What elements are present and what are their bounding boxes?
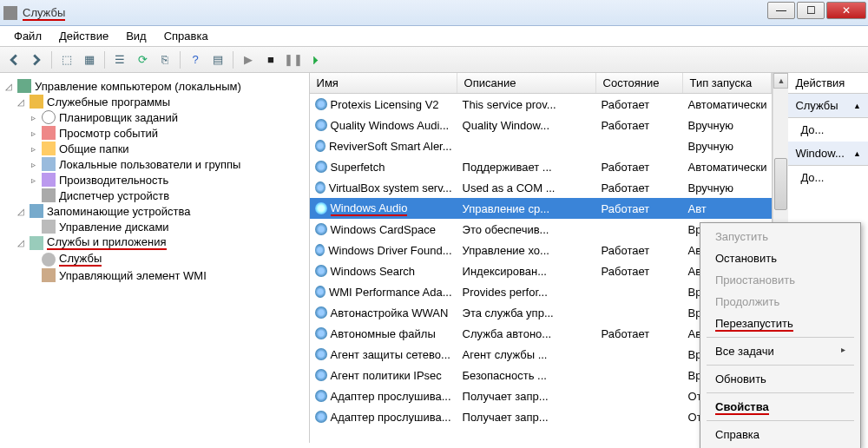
menu-view[interactable]: Вид xyxy=(117,28,155,44)
tree-root[interactable]: ◿Управление компьютером (локальным) xyxy=(3,78,306,94)
tree-item-shared-folders[interactable]: ▹Общие папки xyxy=(3,141,306,156)
properties-button[interactable]: ☰ xyxy=(109,49,130,70)
scroll-up-arrow[interactable]: ▲ xyxy=(773,73,788,89)
service-startup: Автоматически xyxy=(683,161,773,174)
context-menu-item[interactable]: Обновить xyxy=(703,368,858,390)
menu-file[interactable]: Файл xyxy=(5,28,50,44)
gear-icon xyxy=(315,223,327,235)
service-name: Windows Driver Found... xyxy=(328,244,451,257)
maximize-button[interactable]: ☐ xyxy=(797,2,825,19)
tree-item-performance[interactable]: ▹Производительность xyxy=(3,172,306,188)
refresh-button[interactable]: ⟳ xyxy=(132,49,153,70)
service-state: Работает xyxy=(596,119,683,132)
service-startup: Вручную xyxy=(683,119,773,132)
service-state: Работает xyxy=(596,181,683,194)
service-description: Управление ср... xyxy=(457,202,596,215)
service-startup: Автоматически xyxy=(683,98,773,111)
service-row[interactable]: Protexis Licensing V2This service prov..… xyxy=(310,94,773,115)
list-header: Имя Описание Состояние Тип запуска xyxy=(310,73,773,94)
stop-service-button[interactable]: ■ xyxy=(260,49,281,70)
tree-item-event-viewer[interactable]: ▹Просмотр событий xyxy=(3,125,306,141)
tree-group-storage[interactable]: ◿Запоминающие устройства xyxy=(3,203,306,219)
menu-divider xyxy=(707,392,854,393)
show-hide-tree-button[interactable]: ▦ xyxy=(79,49,100,70)
service-name: Quality Windows Audi... xyxy=(331,119,450,132)
minimize-button[interactable]: — xyxy=(767,2,795,19)
restart-service-button[interactable]: ⏵ xyxy=(306,49,326,70)
service-name: Автономные файлы xyxy=(331,327,436,340)
service-state: Работает xyxy=(596,327,683,340)
menu-divider xyxy=(707,337,854,338)
context-menu-item[interactable]: Все задачи xyxy=(703,340,858,362)
gear-icon xyxy=(315,181,326,194)
service-name: Агент политики IPsec xyxy=(331,369,442,382)
column-name[interactable]: Имя xyxy=(310,73,457,93)
tree-item-wmi-control[interactable]: Управляющий элемент WMI xyxy=(3,267,306,283)
service-state: Работает xyxy=(596,98,683,111)
context-menu-item[interactable]: Остановить xyxy=(703,247,858,269)
tree-group-system-tools[interactable]: ◿Служебные программы xyxy=(3,94,306,109)
service-description: Безопасность ... xyxy=(457,369,596,382)
service-name: ReviverSoft Smart Aler... xyxy=(329,140,452,153)
actions-item-1[interactable]: До... xyxy=(788,118,868,142)
service-description: Эта служба упр... xyxy=(457,306,596,320)
menu-action[interactable]: Действие xyxy=(50,28,117,44)
column-state[interactable]: Состояние xyxy=(596,73,683,93)
back-button[interactable] xyxy=(3,49,24,70)
gear-icon xyxy=(315,286,326,298)
column-startup[interactable]: Тип запуска xyxy=(683,73,773,93)
service-description: Служба автоно... xyxy=(457,327,596,340)
service-description: Поддерживает ... xyxy=(457,161,596,174)
export-button[interactable]: ⎘ xyxy=(155,49,175,70)
service-name: Protexis Licensing V2 xyxy=(331,98,439,111)
menu-divider xyxy=(707,420,854,421)
help-button[interactable]: ? xyxy=(185,49,206,70)
actions-section-services[interactable]: Службы▲ xyxy=(788,94,868,118)
service-row[interactable]: Windows AudioУправление ср...РаботаетАвт xyxy=(310,198,773,219)
gear-icon xyxy=(315,119,327,131)
tree-item-disk-management[interactable]: Управление дисками xyxy=(3,219,306,234)
service-row[interactable]: Quality Windows Audi...Quality Window...… xyxy=(310,115,773,135)
start-service-button[interactable]: ▶ xyxy=(238,49,259,70)
tree-group-services-apps[interactable]: ◿Службы и приложения xyxy=(3,234,306,251)
context-menu-item[interactable]: Справка xyxy=(703,424,858,445)
service-name: WMI Performance Ada... xyxy=(329,286,452,299)
forward-button[interactable] xyxy=(26,49,47,70)
tree-item-task-scheduler[interactable]: ▹Планировщик заданий xyxy=(3,109,306,125)
gear-icon xyxy=(315,98,327,110)
service-description: Это обеспечив... xyxy=(457,223,596,236)
up-button[interactable]: ⬚ xyxy=(56,49,77,70)
menu-help[interactable]: Справка xyxy=(155,28,217,44)
column-description[interactable]: Описание xyxy=(457,73,596,93)
service-row[interactable]: VirtualBox system serv...Used as a COM .… xyxy=(310,177,773,198)
service-name: Адаптер прослушива... xyxy=(331,390,451,403)
service-description: Получает запр... xyxy=(457,411,596,424)
context-menu-item[interactable]: Перезапустить xyxy=(703,313,858,334)
tree-item-device-manager[interactable]: Диспетчер устройств xyxy=(3,188,306,203)
tree-item-local-users[interactable]: ▹Локальные пользователи и группы xyxy=(3,156,306,172)
service-name: Superfetch xyxy=(331,161,385,174)
view-button[interactable]: ▤ xyxy=(207,49,228,70)
service-state: Работает xyxy=(596,161,683,174)
actions-item-2[interactable]: До... xyxy=(788,166,868,189)
gear-icon xyxy=(315,161,327,173)
actions-section-selected[interactable]: Window...▲ xyxy=(788,142,868,166)
service-name: Windows Search xyxy=(331,265,416,278)
service-row[interactable]: ReviverSoft Smart Aler...Вручную xyxy=(310,135,773,156)
gear-icon xyxy=(315,369,327,381)
gear-icon xyxy=(315,411,327,423)
tree-item-services[interactable]: Службы xyxy=(3,251,306,267)
context-menu-item[interactable]: Свойства xyxy=(703,396,858,418)
service-state: Работает xyxy=(596,202,683,215)
service-startup: Вручную xyxy=(683,181,773,194)
service-description: Provides perfor... xyxy=(457,286,596,299)
service-startup: Авт xyxy=(683,202,773,215)
close-button[interactable]: ✕ xyxy=(826,2,866,19)
service-description: Управление хо... xyxy=(457,244,596,257)
pause-service-button[interactable]: ❚❚ xyxy=(283,49,304,70)
title-bar: Службы — ☐ ✕ xyxy=(0,0,868,26)
service-row[interactable]: SuperfetchПоддерживает ...РаботаетАвтома… xyxy=(310,156,773,177)
service-name: Windows CardSpace xyxy=(331,223,436,236)
scroll-thumb[interactable] xyxy=(774,158,787,210)
service-name: Адаптер прослушива... xyxy=(331,411,451,424)
